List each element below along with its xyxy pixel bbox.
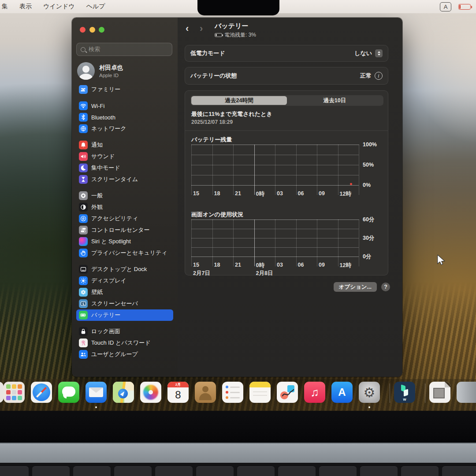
- sidebar-item-screentime[interactable]: スクリーンタイム: [76, 174, 173, 185]
- tab-last-24h[interactable]: 過去24時間: [191, 96, 287, 105]
- dock-item-maps[interactable]: [113, 382, 134, 403]
- dock-item-notes[interactable]: [249, 382, 271, 403]
- menu-item-0[interactable]: 集: [2, 3, 8, 11]
- last-charge-text: 最後に11%まで充電されたとき: [191, 110, 272, 118]
- dock-item-trash[interactable]: [457, 382, 476, 403]
- sidebar-item-appearance[interactable]: 外観: [76, 201, 173, 213]
- gridline-v: [317, 219, 317, 266]
- dock-item-app-store[interactable]: A: [331, 382, 353, 403]
- battery-health-value: 正常: [360, 72, 372, 80]
- users-icon: [79, 350, 88, 359]
- photographed-macbook-screen: 集表示ウインドウヘルプ A 検索 村田卓也 Apple ID: [0, 0, 476, 476]
- low-power-mode-popup[interactable]: [375, 49, 383, 57]
- dock-item-finder-edge[interactable]: [0, 382, 4, 403]
- dock-separator: [425, 383, 425, 403]
- tab-last-10d[interactable]: 過去10日: [287, 96, 383, 105]
- battery-pane: ‹ › バッテリー 電池残量: 3% 低電力モード しない バッテリーの状態 正…: [178, 18, 402, 377]
- sidebar-item-bluetooth[interactable]: Bluetooth: [76, 112, 173, 123]
- battery-health-label: バッテリーの状態: [190, 72, 237, 80]
- dock-item-filmora[interactable]: w: [394, 382, 415, 403]
- close-button[interactable]: [80, 27, 86, 33]
- sidebar-item-label: 一般: [91, 192, 103, 200]
- siri-icon: [79, 237, 88, 246]
- search-placeholder: 検索: [89, 45, 100, 53]
- sidebar-item-label: ディスプレイ: [91, 277, 126, 285]
- menu-item-2[interactable]: ウインドウ: [43, 3, 75, 11]
- back-button[interactable]: ‹: [186, 24, 189, 33]
- sidebar-item-siri[interactable]: Siri と Spotlight: [76, 236, 173, 247]
- sidebar-item-label: スクリーンセーバ: [91, 300, 138, 308]
- apple-id-row[interactable]: 村田卓也 Apple ID: [77, 62, 123, 80]
- x-axis-label: 21: [235, 262, 241, 268]
- sidebar-item-users[interactable]: ユーザとグループ: [76, 349, 173, 360]
- sidebar-item-label: バッテリー: [91, 311, 120, 319]
- gridline-v: [338, 145, 338, 195]
- input-source-indicator[interactable]: A: [440, 2, 451, 11]
- dock-item-messages[interactable]: [58, 382, 79, 403]
- gridline-v: [191, 145, 192, 195]
- x-axis-label: 18: [214, 262, 220, 268]
- sidebar-item-sound[interactable]: サウンド: [76, 151, 173, 162]
- sidebar-group: ロック画面Touch ID とパスワードユーザとグループ: [76, 326, 173, 360]
- dock-item-photos[interactable]: [140, 382, 161, 403]
- screen-on-usage-chart: 画面オンの使用状況60分30分0分1518210時03060912時2月7日2月…: [191, 211, 383, 277]
- sidebar-item-privacy[interactable]: プライバシーとセキュリティ: [76, 247, 173, 259]
- sidebar-item-controlcenter[interactable]: コントロールセンター: [76, 224, 173, 236]
- bluetooth-icon: [79, 113, 88, 122]
- lock-icon: [79, 327, 88, 336]
- sidebar-item-touchid[interactable]: Touch ID とパスワード: [76, 337, 173, 349]
- sidebar-item-wifi[interactable]: Wi-Fi: [76, 100, 173, 112]
- gridline-v: [296, 219, 297, 266]
- minimize-button[interactable]: [89, 27, 95, 33]
- dock-item-contacts[interactable]: [195, 382, 216, 403]
- gridline-v: [212, 219, 213, 266]
- sidebar-item-lock[interactable]: ロック画面: [76, 326, 173, 337]
- search-input[interactable]: 検索: [76, 43, 172, 56]
- sidebar-item-label: デスクトップと Dock: [91, 265, 147, 273]
- sidebar-item-desktop[interactable]: デスクトップと Dock: [76, 264, 173, 275]
- wallpaper-icon: [79, 288, 88, 297]
- chart-plot-area: [191, 145, 359, 185]
- sidebar-item-display[interactable]: ディスプレイ: [76, 275, 173, 286]
- sidebar-item-screensaver[interactable]: スクリーンセーバ: [76, 298, 173, 309]
- sidebar-item-accessibility[interactable]: アクセシビリティ: [76, 213, 173, 224]
- sidebar-item-battery[interactable]: バッテリー: [76, 309, 173, 321]
- sidebar-item-label: ファミリー: [91, 86, 120, 93]
- gridline-v: [338, 219, 338, 266]
- sidebar-item-label: 壁紙: [91, 288, 103, 296]
- sidebar-item-label: アクセシビリティ: [91, 215, 138, 223]
- chart-title: バッテリー残量: [191, 136, 232, 144]
- dock-item-calendar[interactable]: 2月8: [167, 382, 189, 403]
- dock-item-freeform[interactable]: [277, 382, 298, 403]
- dock-item-reminders[interactable]: [222, 382, 243, 403]
- help-button[interactable]: ?: [381, 283, 390, 291]
- menu-item-3[interactable]: ヘルプ: [86, 3, 105, 11]
- sidebar-item-network[interactable]: ネットワーク: [76, 123, 173, 134]
- menu-item-1[interactable]: 表示: [19, 3, 32, 11]
- dock-item-mail[interactable]: [86, 382, 107, 403]
- window-controls: [80, 27, 104, 33]
- gridline-v: [254, 219, 255, 266]
- battery-status-icon[interactable]: [458, 4, 471, 10]
- sidebar-item-focus[interactable]: 集中モード: [76, 162, 173, 174]
- sidebar-item-wallpaper[interactable]: 壁紙: [76, 286, 173, 298]
- battery-usage-card: 過去24時間過去10日 最後に11%まで充電されたとき 2025/12/07 1…: [185, 90, 388, 275]
- sidebar-item-notifications[interactable]: 通知: [76, 139, 173, 151]
- sidebar-item-general[interactable]: 一般: [76, 190, 173, 201]
- keyboard-key: [442, 466, 476, 476]
- dock-item-system-settings[interactable]: ⚙: [359, 382, 380, 403]
- info-icon[interactable]: i: [375, 72, 383, 80]
- dock-item-document[interactable]: [429, 382, 450, 403]
- gridline-v: [233, 145, 234, 195]
- sidebar-item-family[interactable]: ファミリー: [76, 84, 173, 95]
- options-button[interactable]: オプション...: [334, 282, 377, 292]
- privacy-icon: [79, 249, 88, 257]
- dock-item-safari[interactable]: [31, 382, 52, 403]
- keyboard-key: [278, 466, 316, 476]
- laptop-keyboard: [0, 463, 476, 476]
- dock-item-music[interactable]: ♫: [304, 382, 325, 403]
- zoom-button[interactable]: [99, 27, 104, 33]
- y-axis-label: 100%: [363, 141, 377, 148]
- dock-item-launchpad[interactable]: [4, 382, 25, 403]
- forward-button[interactable]: ›: [200, 24, 203, 33]
